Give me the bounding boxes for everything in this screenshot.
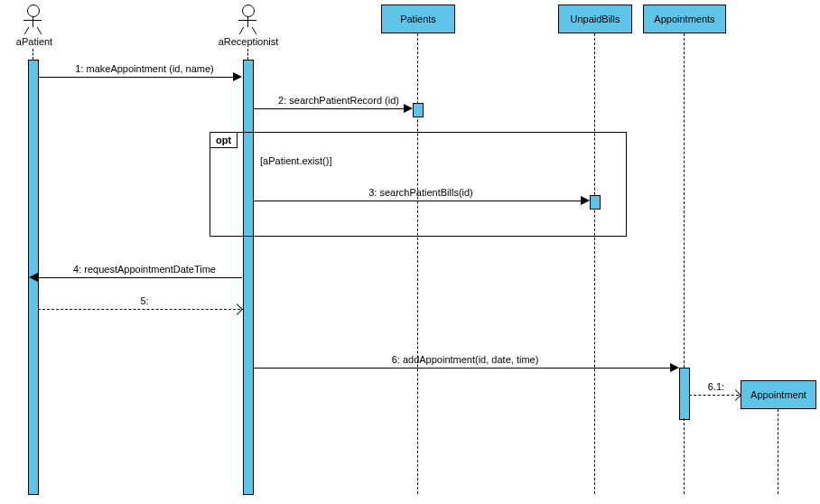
- fragment-opt-guard: [aPatient.exist()]: [260, 155, 331, 166]
- message-2-line: [253, 108, 411, 109]
- lifeline-appointments: [684, 33, 685, 368]
- message-1-label: 1: makeAppointment (id, name): [54, 63, 235, 74]
- activation-patients: [413, 103, 424, 117]
- object-appointment: Appointment: [741, 380, 816, 409]
- message-4-arrow: [29, 273, 38, 282]
- lifeline-unpaidbills: [594, 33, 595, 494]
- actor-apatient-body: [33, 16, 33, 27]
- lifeline-appointments-2: [684, 418, 685, 494]
- message-61-label: 6.1:: [703, 381, 730, 392]
- message-4-line: [38, 277, 242, 278]
- message-5-label: 5:: [126, 295, 163, 306]
- actor-areceptionist-head: [242, 5, 255, 17]
- message-3-arrow: [581, 196, 590, 205]
- activation-areceptionist: [243, 60, 254, 495]
- fragment-opt: [210, 132, 627, 237]
- actor-apatient-label: aPatient: [5, 36, 64, 47]
- lifeline-apatient: [33, 49, 33, 60]
- actor-apatient-arms: [23, 20, 42, 21]
- object-patients-label: Patients: [400, 14, 436, 24]
- message-5-arrow: [231, 303, 243, 315]
- message-4-label: 4: requestAppointmentDateTime: [63, 264, 226, 275]
- activation-appointments: [679, 368, 690, 420]
- message-2-arrow: [404, 104, 413, 113]
- actor-areceptionist-arms: [238, 20, 256, 21]
- message-6-line: [253, 368, 677, 369]
- actor-apatient-head: [27, 5, 40, 17]
- object-appointments-label: Appointments: [654, 14, 714, 24]
- message-6-label: 6: addAppointment(id, date, time): [379, 354, 551, 365]
- actor-areceptionist-body: [247, 16, 248, 27]
- message-2-label: 2: searchPatientRecord (id): [271, 95, 406, 106]
- message-3-label: 3: searchPatientBills(id): [358, 187, 484, 198]
- message-1-line: [38, 77, 240, 78]
- lifeline-appointment: [778, 409, 778, 494]
- object-appointments: Appointments: [643, 5, 726, 33]
- actor-areceptionist-label: aReceptionist: [203, 36, 294, 47]
- object-appointment-label: Appointment: [750, 389, 806, 400]
- sequence-diagram: aPatient aReceptionist Patients UnpaidBi…: [0, 0, 820, 504]
- message-6-arrow: [670, 363, 679, 372]
- object-patients: Patients: [381, 5, 455, 33]
- message-5-line: [38, 309, 240, 310]
- message-1-arrow: [233, 72, 242, 81]
- object-unpaidbills: UnpaidBills: [558, 5, 632, 33]
- message-3-line: [253, 201, 588, 201]
- lifeline-areceptionist: [247, 49, 248, 60]
- message-61-arrow: [730, 389, 741, 401]
- object-unpaidbills-label: UnpaidBills: [570, 14, 620, 24]
- fragment-opt-label: opt: [210, 133, 238, 148]
